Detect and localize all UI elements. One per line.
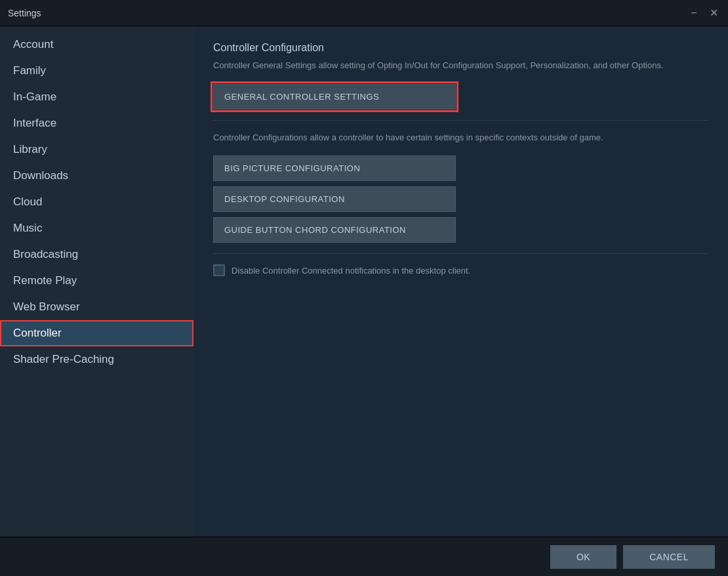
checkbox-label: Disable Controller Connected notificatio…	[232, 266, 470, 276]
sidebar-item-library[interactable]: Library	[0, 136, 193, 163]
sidebar-item-broadcasting[interactable]: Broadcasting	[0, 241, 193, 268]
sidebar-item-account[interactable]: Account	[0, 31, 193, 58]
ok-button[interactable]: OK	[550, 545, 617, 569]
sidebar-item-shader-pre-caching[interactable]: Shader Pre-Caching	[0, 346, 193, 373]
sidebar: AccountFamilyIn-GameInterfaceLibraryDown…	[0, 26, 193, 537]
content-area: Controller Configuration Controller Gene…	[193, 26, 728, 537]
window-title: Settings	[8, 8, 41, 18]
sidebar-item-downloads[interactable]: Downloads	[0, 163, 193, 189]
guide-button-chord-configuration-button[interactable]: GUIDE BUTTON CHORD CONFIGURATION	[213, 217, 456, 243]
minimize-button[interactable]: −	[687, 7, 700, 19]
big-picture-configuration-button[interactable]: BIG PICTURE CONFIGURATION	[213, 155, 456, 181]
separator-1	[213, 120, 708, 121]
sidebar-item-music[interactable]: Music	[0, 215, 193, 241]
configurations-desc: Controller Configurations allow a contro…	[213, 131, 708, 144]
window-controls: − ✕	[687, 7, 720, 19]
footer: OK CANCEL	[0, 537, 728, 576]
sidebar-item-controller[interactable]: Controller	[0, 320, 193, 346]
section-title: Controller Configuration	[213, 42, 708, 54]
section-desc: Controller General Settings allow settin…	[213, 59, 708, 72]
title-bar: Settings − ✕	[0, 0, 728, 26]
main-content: AccountFamilyIn-GameInterfaceLibraryDown…	[0, 26, 728, 537]
desktop-configuration-button[interactable]: DESKTOP CONFIGURATION	[213, 186, 456, 212]
sidebar-item-cloud[interactable]: Cloud	[0, 189, 193, 215]
sidebar-item-interface[interactable]: Interface	[0, 110, 193, 136]
sidebar-item-family[interactable]: Family	[0, 58, 193, 84]
separator-2	[213, 253, 708, 254]
cancel-button[interactable]: CANCEL	[623, 545, 715, 569]
sidebar-item-remote-play[interactable]: Remote Play	[0, 268, 193, 294]
checkbox-row: Disable Controller Connected notificatio…	[213, 264, 708, 276]
sidebar-item-web-browser[interactable]: Web Browser	[0, 294, 193, 320]
close-button[interactable]: ✕	[707, 7, 720, 19]
disable-notifications-checkbox[interactable]	[213, 264, 225, 276]
general-controller-settings-button[interactable]: GENERAL CONTROLLER SETTINGS	[213, 84, 456, 110]
sidebar-item-in-game[interactable]: In-Game	[0, 84, 193, 110]
